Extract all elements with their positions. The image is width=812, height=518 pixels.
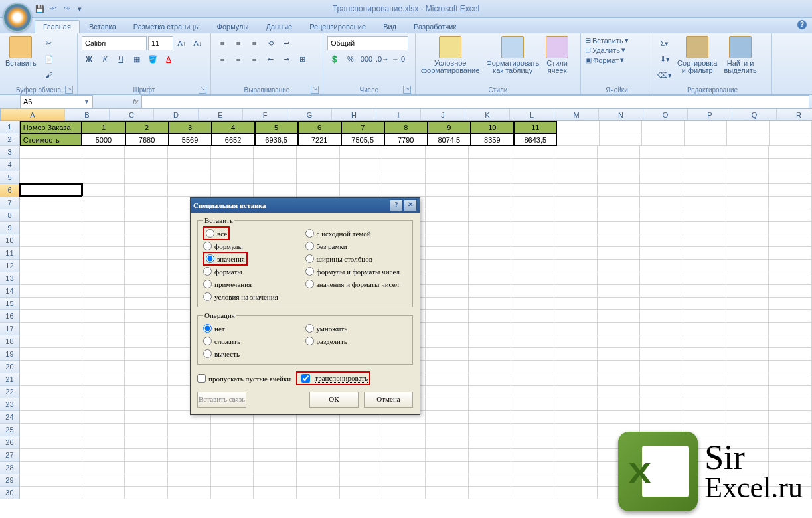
checkbox-transpose[interactable] (301, 374, 310, 383)
cell[interactable] (598, 184, 641, 197)
cell[interactable] (600, 133, 642, 146)
cell[interactable] (382, 474, 426, 487)
chevron-down-icon[interactable]: ▼ (84, 98, 90, 105)
cell[interactable] (168, 474, 211, 487)
cell[interactable] (340, 487, 383, 499)
cell[interactable] (640, 323, 683, 335)
cell[interactable] (554, 234, 598, 247)
cell[interactable] (726, 285, 770, 298)
cell[interactable] (769, 209, 812, 222)
cell[interactable] (20, 197, 82, 209)
cell[interactable] (726, 298, 770, 310)
cell[interactable] (211, 474, 254, 487)
cell[interactable] (726, 171, 770, 184)
cell[interactable] (20, 310, 82, 323)
cell[interactable] (469, 335, 512, 348)
row-header[interactable]: 11 (0, 247, 20, 260)
cell[interactable] (554, 462, 598, 474)
cell[interactable] (511, 462, 554, 474)
cell[interactable] (554, 348, 598, 361)
cell[interactable] (469, 247, 512, 260)
cell[interactable] (598, 323, 641, 335)
cell[interactable] (554, 171, 598, 184)
qat-dropdown-icon[interactable]: ▾ (74, 3, 85, 14)
cell[interactable] (598, 247, 641, 260)
cell[interactable] (82, 386, 125, 398)
cell[interactable] (211, 487, 254, 499)
row-header[interactable]: 24 (0, 411, 20, 424)
cell[interactable]: 7790 (384, 133, 428, 146)
cell[interactable] (340, 171, 383, 184)
launcher-icon[interactable]: ↘ (403, 86, 411, 94)
font-color-icon[interactable]: A (161, 52, 176, 66)
cell[interactable] (511, 234, 554, 247)
cell[interactable] (769, 272, 812, 285)
cell[interactable] (125, 462, 168, 474)
indent-inc-icon[interactable]: ⇥ (279, 52, 293, 66)
cell[interactable] (82, 462, 125, 474)
cell[interactable] (125, 234, 168, 247)
cell[interactable] (554, 222, 598, 234)
cell[interactable] (426, 298, 469, 310)
cell[interactable] (125, 260, 168, 272)
cell[interactable] (211, 171, 254, 184)
cell[interactable] (511, 209, 554, 222)
cell[interactable] (340, 424, 383, 436)
cell[interactable] (511, 424, 554, 436)
row-header[interactable]: 9 (0, 222, 20, 234)
row-header[interactable]: 29 (0, 474, 20, 487)
cell[interactable] (554, 398, 598, 411)
cell[interactable] (469, 348, 512, 361)
row-header[interactable]: 25 (0, 424, 20, 436)
cell[interactable] (469, 184, 512, 197)
col-header-J[interactable]: J (421, 109, 465, 121)
cell[interactable] (340, 436, 383, 449)
row-header[interactable]: 17 (0, 323, 20, 335)
cell[interactable]: 6652 (212, 133, 255, 146)
cell[interactable] (640, 171, 683, 184)
cell[interactable] (598, 272, 641, 285)
dialog-help-icon[interactable]: ? (390, 199, 403, 211)
cell[interactable] (254, 171, 297, 184)
align-center-icon[interactable]: ≡ (231, 52, 246, 66)
cell[interactable] (211, 146, 254, 159)
cell[interactable] (426, 234, 469, 247)
cell[interactable] (125, 361, 168, 373)
cell[interactable] (297, 436, 340, 449)
cell[interactable] (82, 234, 125, 247)
col-header-G[interactable]: G (287, 109, 332, 121)
cell[interactable] (598, 285, 641, 298)
cell[interactable] (20, 487, 82, 499)
align-right-icon[interactable]: ≡ (247, 52, 262, 66)
cell[interactable] (511, 247, 554, 260)
cell[interactable] (426, 285, 469, 298)
cell[interactable] (297, 146, 340, 159)
radio-noborder[interactable] (305, 242, 314, 250)
row-header[interactable]: 13 (0, 272, 20, 285)
number-format-selector[interactable]: Общий (327, 36, 408, 50)
col-header-R[interactable]: R (777, 109, 812, 121)
cell[interactable] (82, 398, 125, 411)
cell[interactable] (727, 133, 770, 146)
wrap-text-icon[interactable]: ↩ (279, 36, 293, 50)
cell[interactable] (683, 184, 726, 197)
cell[interactable] (511, 335, 554, 348)
cell[interactable] (726, 247, 770, 260)
cell[interactable] (168, 159, 211, 171)
cell[interactable] (469, 310, 512, 323)
radio-mul[interactable] (305, 324, 314, 333)
cell[interactable]: 7680 (125, 133, 169, 146)
cell[interactable] (683, 146, 726, 159)
cell[interactable] (340, 146, 383, 159)
cell[interactable] (769, 298, 812, 310)
cell[interactable] (297, 184, 340, 197)
cell[interactable]: 4 (212, 121, 255, 133)
cell[interactable] (726, 159, 770, 171)
cell[interactable] (82, 323, 125, 335)
cell[interactable] (382, 462, 426, 474)
delete-cells-button[interactable]: ⊟ Удалить ▾ (585, 46, 625, 54)
cell[interactable] (683, 335, 726, 348)
cell[interactable] (297, 474, 340, 487)
cell[interactable] (426, 171, 469, 184)
col-header-E[interactable]: E (199, 109, 243, 121)
